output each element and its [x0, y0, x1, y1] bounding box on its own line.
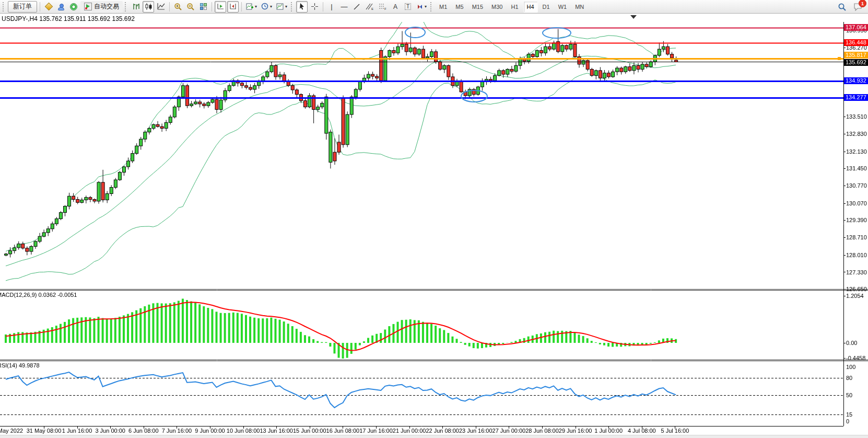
arrows-icon [416, 3, 424, 10]
tile-windows-icon [200, 3, 207, 10]
timeframe-w1[interactable]: W1 [555, 1, 571, 13]
timeframe-mn[interactable]: MN [571, 1, 588, 13]
indicators-icon [246, 3, 254, 10]
bar-chart-icon [132, 3, 140, 10]
signals-button[interactable] [68, 1, 79, 13]
toolbar: 新订单 自动交易 [0, 0, 868, 14]
timeframe-d1[interactable]: D1 [539, 1, 554, 13]
equidistant-channel-button[interactable]: E [363, 1, 376, 13]
dropdown-caret: ▾ [270, 4, 272, 9]
price-line-badge: 134.932 [844, 77, 868, 84]
dropdown-caret: ▾ [425, 4, 427, 9]
chart-shift-icon [229, 3, 237, 10]
rsi-scale-label: 15 [846, 411, 852, 418]
rsi-indicator-label: RSI(14) 49.9878 [0, 362, 40, 368]
template-icon [276, 3, 284, 10]
periods-button[interactable]: ▾ [260, 1, 274, 13]
candlestick-chart-button[interactable] [143, 1, 154, 13]
signal-icon [70, 3, 77, 10]
chart-shift-button[interactable] [227, 1, 239, 13]
timeframe-h1[interactable]: H1 [507, 1, 522, 13]
new-order-button[interactable]: 新订单 [8, 1, 37, 13]
macd-indicator-label: MACD(12,26,9) 0.0362 -0.0051 [0, 292, 77, 298]
text-label-button[interactable]: T [402, 1, 414, 13]
zoom-in-button[interactable] [172, 1, 184, 13]
toolbar-grip[interactable] [291, 2, 294, 11]
auto-scroll-button[interactable] [215, 1, 226, 13]
toolbar-separator [323, 2, 323, 11]
chart-canvas[interactable] [0, 0, 868, 438]
vertical-line-icon: | [331, 3, 332, 10]
trendline-icon [353, 3, 360, 10]
tile-windows-button[interactable] [197, 1, 209, 13]
notifications-button[interactable]: 1 [852, 1, 864, 13]
price-line-badge: 135.817 [844, 52, 868, 59]
cursor-icon [298, 3, 306, 10]
diamond-icon [44, 3, 53, 11]
trendline-button[interactable] [351, 1, 362, 13]
toolbar-grip[interactable] [430, 2, 433, 11]
timeframe-m30[interactable]: M30 [488, 1, 506, 13]
price-line-badge: 136.448 [844, 39, 868, 46]
price-tick-label: 129.390 [846, 217, 867, 223]
price-tick-label: 128.010 [846, 252, 867, 258]
crosshair-icon [311, 3, 319, 10]
toolbar-grip[interactable] [125, 2, 127, 11]
search-icon [838, 3, 847, 11]
timeframe-m5[interactable]: M5 [452, 1, 467, 13]
toolbar-separator [40, 2, 40, 11]
timeframe-m1[interactable]: M1 [436, 1, 451, 13]
indicators-button[interactable]: ▾ [244, 1, 259, 13]
autotrading-label: 自动交易 [94, 2, 119, 11]
fibonacci-button[interactable]: F [377, 1, 389, 13]
clock-icon [261, 3, 269, 10]
community-button[interactable] [55, 1, 67, 13]
text-button[interactable]: A [390, 1, 401, 13]
price-line-badge: 137.064 [844, 24, 868, 31]
horizontal-line-icon: — [341, 3, 348, 10]
zoom-in-icon [174, 3, 182, 11]
price-line-badge: 135.692 [844, 59, 868, 66]
chart-profile-button[interactable] [43, 1, 54, 13]
toolbar-grip[interactable] [3, 2, 5, 11]
rsi-scale-label: 80 [846, 375, 852, 381]
templates-button[interactable]: ▾ [275, 1, 289, 13]
autotrading-button[interactable]: 自动交易 [80, 1, 123, 13]
community-person-icon [57, 3, 65, 10]
zoom-out-button[interactable] [185, 1, 196, 13]
rsi-scale-label: 100 [846, 364, 855, 370]
price-tick-label: 126.650 [846, 286, 867, 292]
chart-title: USDJPY-,H4 135.762 135.911 135.692 135.6… [2, 15, 135, 22]
dropdown-caret: ▾ [255, 4, 257, 9]
price-line-badge: 134.277 [844, 94, 868, 101]
fibonacci-icon: F [378, 3, 387, 10]
crosshair-button[interactable] [309, 1, 320, 13]
dropdown-caret: ▾ [285, 4, 287, 9]
toolbar-separator [212, 2, 212, 11]
price-tick-label: 130.070 [846, 200, 867, 206]
candlestick-icon [145, 3, 153, 10]
arrows-button[interactable]: ▾ [415, 1, 428, 13]
search-button[interactable] [836, 1, 848, 13]
bar-chart-button[interactable] [130, 1, 142, 13]
price-tick-label: 127.330 [846, 269, 867, 275]
timeframe-m15[interactable]: M15 [468, 1, 487, 13]
timeframe-group: M1M5M15M30H1H4D1W1MN [435, 1, 588, 13]
macd-scale-label: 0.00 [846, 340, 857, 346]
line-chart-button[interactable] [155, 1, 167, 13]
price-tick-label: 132.130 [846, 148, 867, 155]
horizontal-line-button[interactable]: — [338, 1, 350, 13]
autotrading-icon [84, 3, 92, 10]
timeframe-h4[interactable]: H4 [523, 1, 538, 13]
price-tick-label: 128.710 [846, 234, 867, 240]
toolbar-separator [169, 2, 170, 11]
price-tick-label: 131.450 [846, 165, 867, 171]
time-tick-label: 5 Jul 16:00 [651, 428, 698, 434]
vertical-line-button[interactable]: | [326, 1, 337, 13]
rsi-scale-label: 0 [846, 418, 849, 424]
auto-scroll-icon [217, 3, 225, 10]
svg-text:F: F [384, 7, 386, 10]
price-tick-label: 133.510 [846, 113, 867, 120]
toolbar-right: 1 [836, 1, 865, 13]
cursor-button[interactable] [296, 1, 308, 13]
